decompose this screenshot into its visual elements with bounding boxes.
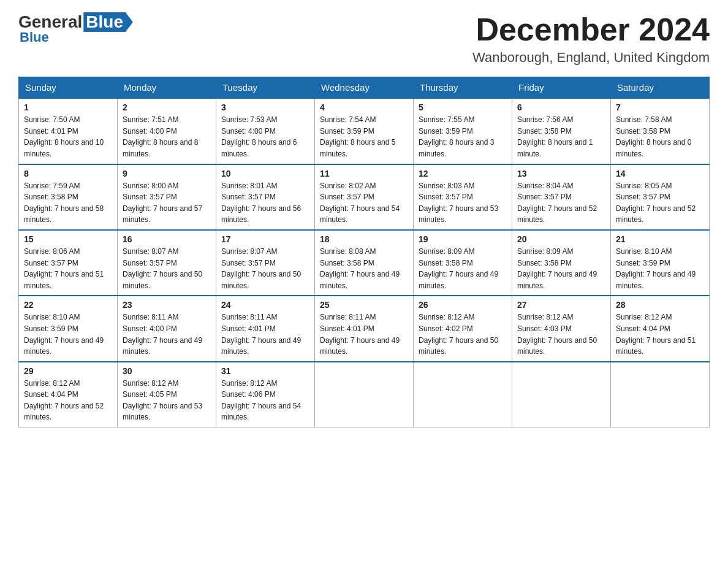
calendar-cell: 18Sunrise: 8:08 AMSunset: 3:58 PMDayligh…: [315, 230, 414, 296]
calendar-cell: 22Sunrise: 8:10 AMSunset: 3:59 PMDayligh…: [19, 296, 118, 361]
day-info: Sunrise: 8:01 AMSunset: 3:57 PMDaylight:…: [221, 180, 309, 226]
day-number: 17: [221, 234, 309, 244]
day-number: 1: [24, 102, 112, 112]
day-number: 25: [320, 300, 408, 310]
day-info: Sunrise: 8:12 AMSunset: 4:06 PMDaylight:…: [221, 378, 309, 423]
calendar-cell: 17Sunrise: 8:07 AMSunset: 3:57 PMDayligh…: [216, 230, 315, 296]
day-number: 24: [221, 300, 309, 310]
day-number: 8: [24, 169, 112, 178]
day-number: 29: [24, 366, 112, 376]
col-friday: Friday: [512, 77, 611, 99]
day-number: 22: [24, 300, 112, 310]
col-thursday: Thursday: [414, 77, 512, 99]
calendar-cell: 8Sunrise: 7:59 AMSunset: 3:58 PMDaylight…: [19, 164, 118, 230]
day-info: Sunrise: 7:55 AMSunset: 3:59 PMDaylight:…: [419, 114, 507, 159]
calendar-cell: 1Sunrise: 7:50 AMSunset: 4:01 PMDaylight…: [19, 98, 118, 164]
day-info: Sunrise: 8:12 AMSunset: 4:02 PMDaylight:…: [419, 312, 507, 357]
col-saturday: Saturday: [611, 77, 710, 99]
logo-blue: Blue: [83, 12, 133, 32]
col-monday: Monday: [118, 77, 216, 99]
calendar-week-2: 8Sunrise: 7:59 AMSunset: 3:58 PMDaylight…: [19, 164, 710, 230]
calendar-cell: [611, 362, 710, 427]
calendar-cell: 28Sunrise: 8:12 AMSunset: 4:04 PMDayligh…: [611, 296, 710, 361]
calendar-cell: [512, 362, 611, 427]
calendar-cell: 19Sunrise: 8:09 AMSunset: 3:58 PMDayligh…: [414, 230, 512, 296]
day-number: 13: [517, 169, 605, 178]
day-info: Sunrise: 7:58 AMSunset: 3:58 PMDaylight:…: [616, 114, 704, 159]
day-number: 6: [517, 102, 605, 112]
day-number: 18: [320, 234, 408, 244]
day-number: 26: [419, 300, 507, 310]
page-header: General Blue Blue December 2024 Wanborou…: [18, 12, 710, 66]
day-number: 2: [123, 102, 211, 112]
calendar-cell: 7Sunrise: 7:58 AMSunset: 3:58 PMDaylight…: [611, 98, 710, 164]
day-info: Sunrise: 8:12 AMSunset: 4:04 PMDaylight:…: [616, 312, 704, 357]
day-info: Sunrise: 8:11 AMSunset: 4:01 PMDaylight:…: [221, 312, 309, 357]
calendar-week-5: 29Sunrise: 8:12 AMSunset: 4:04 PMDayligh…: [19, 362, 710, 427]
day-number: 14: [616, 169, 704, 178]
calendar-cell: [315, 362, 414, 427]
day-number: 19: [419, 234, 507, 244]
day-info: Sunrise: 8:02 AMSunset: 3:57 PMDaylight:…: [320, 180, 408, 226]
calendar-week-4: 22Sunrise: 8:10 AMSunset: 3:59 PMDayligh…: [19, 296, 710, 361]
day-info: Sunrise: 8:08 AMSunset: 3:58 PMDaylight:…: [320, 246, 408, 291]
day-info: Sunrise: 8:07 AMSunset: 3:57 PMDaylight:…: [221, 246, 309, 291]
calendar-cell: 3Sunrise: 7:53 AMSunset: 4:00 PMDaylight…: [216, 98, 315, 164]
day-info: Sunrise: 8:00 AMSunset: 3:57 PMDaylight:…: [123, 180, 211, 226]
day-info: Sunrise: 8:06 AMSunset: 3:57 PMDaylight:…: [24, 246, 112, 291]
day-number: 30: [123, 366, 211, 376]
col-sunday: Sunday: [19, 77, 118, 99]
calendar-cell: 4Sunrise: 7:54 AMSunset: 3:59 PMDaylight…: [315, 98, 414, 164]
calendar-cell: 14Sunrise: 8:05 AMSunset: 3:57 PMDayligh…: [611, 164, 710, 230]
day-number: 16: [123, 234, 211, 244]
calendar-cell: 31Sunrise: 8:12 AMSunset: 4:06 PMDayligh…: [216, 362, 315, 427]
col-tuesday: Tuesday: [216, 77, 315, 99]
calendar-table: Sunday Monday Tuesday Wednesday Thursday…: [18, 77, 710, 427]
calendar-cell: 6Sunrise: 7:56 AMSunset: 3:58 PMDaylight…: [512, 98, 611, 164]
day-info: Sunrise: 8:04 AMSunset: 3:57 PMDaylight:…: [517, 180, 605, 226]
day-info: Sunrise: 8:03 AMSunset: 3:57 PMDaylight:…: [419, 180, 507, 226]
day-number: 12: [419, 169, 507, 178]
day-number: 10: [221, 169, 309, 178]
month-title: December 2024: [472, 12, 710, 47]
day-info: Sunrise: 8:07 AMSunset: 3:57 PMDaylight:…: [123, 246, 211, 291]
calendar-cell: 27Sunrise: 8:12 AMSunset: 4:03 PMDayligh…: [512, 296, 611, 361]
calendar-cell: 24Sunrise: 8:11 AMSunset: 4:01 PMDayligh…: [216, 296, 315, 361]
day-number: 23: [123, 300, 211, 310]
day-number: 15: [24, 234, 112, 244]
day-number: 7: [616, 102, 704, 112]
calendar-week-1: 1Sunrise: 7:50 AMSunset: 4:01 PMDaylight…: [19, 98, 710, 164]
calendar-cell: 5Sunrise: 7:55 AMSunset: 3:59 PMDaylight…: [414, 98, 512, 164]
day-info: Sunrise: 7:51 AMSunset: 4:00 PMDaylight:…: [123, 114, 211, 159]
day-info: Sunrise: 8:09 AMSunset: 3:58 PMDaylight:…: [517, 246, 605, 291]
day-info: Sunrise: 8:10 AMSunset: 3:59 PMDaylight:…: [24, 312, 112, 357]
calendar-week-3: 15Sunrise: 8:06 AMSunset: 3:57 PMDayligh…: [19, 230, 710, 296]
day-number: 28: [616, 300, 704, 310]
day-info: Sunrise: 8:12 AMSunset: 4:04 PMDaylight:…: [24, 378, 112, 423]
day-info: Sunrise: 7:53 AMSunset: 4:00 PMDaylight:…: [221, 114, 309, 159]
calendar-cell: [414, 362, 512, 427]
logo-subtitle: Blue: [20, 29, 49, 45]
calendar-cell: 2Sunrise: 7:51 AMSunset: 4:00 PMDaylight…: [118, 98, 216, 164]
day-number: 11: [320, 169, 408, 178]
calendar-cell: 29Sunrise: 8:12 AMSunset: 4:04 PMDayligh…: [19, 362, 118, 427]
day-info: Sunrise: 7:54 AMSunset: 3:59 PMDaylight:…: [320, 114, 408, 159]
calendar-cell: 15Sunrise: 8:06 AMSunset: 3:57 PMDayligh…: [19, 230, 118, 296]
day-number: 31: [221, 366, 309, 376]
logo: General Blue Blue: [18, 12, 133, 45]
day-info: Sunrise: 8:12 AMSunset: 4:03 PMDaylight:…: [517, 312, 605, 357]
calendar-cell: 12Sunrise: 8:03 AMSunset: 3:57 PMDayligh…: [414, 164, 512, 230]
calendar-cell: 10Sunrise: 8:01 AMSunset: 3:57 PMDayligh…: [216, 164, 315, 230]
calendar-cell: 20Sunrise: 8:09 AMSunset: 3:58 PMDayligh…: [512, 230, 611, 296]
calendar-cell: 26Sunrise: 8:12 AMSunset: 4:02 PMDayligh…: [414, 296, 512, 361]
calendar-cell: 30Sunrise: 8:12 AMSunset: 4:05 PMDayligh…: [118, 362, 216, 427]
title-section: December 2024 Wanborough, England, Unite…: [472, 12, 710, 66]
day-number: 5: [419, 102, 507, 112]
col-wednesday: Wednesday: [315, 77, 414, 99]
day-info: Sunrise: 8:12 AMSunset: 4:05 PMDaylight:…: [123, 378, 211, 423]
calendar-cell: 21Sunrise: 8:10 AMSunset: 3:59 PMDayligh…: [611, 230, 710, 296]
calendar-cell: 23Sunrise: 8:11 AMSunset: 4:00 PMDayligh…: [118, 296, 216, 361]
day-info: Sunrise: 7:56 AMSunset: 3:58 PMDaylight:…: [517, 114, 605, 159]
day-info: Sunrise: 8:05 AMSunset: 3:57 PMDaylight:…: [616, 180, 704, 226]
day-number: 4: [320, 102, 408, 112]
